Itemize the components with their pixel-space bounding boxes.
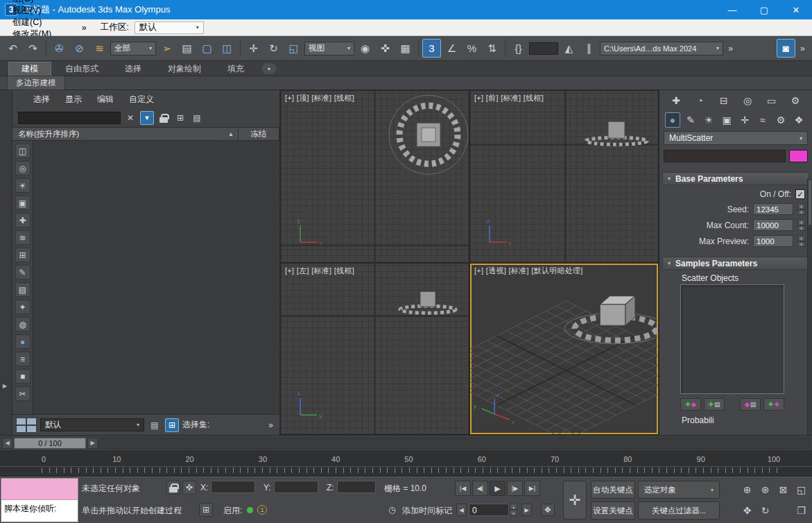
time-prev-icon[interactable]: ◀: [2, 438, 12, 449]
create-category-icon[interactable]: ≈: [755, 112, 770, 128]
max-preview-spinner[interactable]: ▴▾: [797, 235, 805, 247]
expand-panel-icon[interactable]: ▶: [3, 383, 7, 389]
isolate-selection-icon[interactable]: ⊞: [199, 503, 213, 517]
ribbon-tab[interactable]: 填充: [215, 62, 257, 76]
maximize-button[interactable]: ▢: [748, 0, 780, 19]
name-column-header[interactable]: 名称(按升序排序): [12, 129, 224, 139]
object-name-field[interactable]: [664, 150, 786, 162]
keyboard-override-icon[interactable]: ▦: [396, 39, 415, 58]
viewport-label[interactable]: [+] [前] [标准] [线框]: [474, 93, 544, 103]
explorer-filter-icon[interactable]: ●: [15, 334, 31, 349]
reference-coordinate-dropdown[interactable]: 视图 ▾: [304, 42, 354, 55]
status-green-dot[interactable]: [247, 507, 253, 513]
key-filters-button[interactable]: 关键点过滤器...: [638, 501, 720, 520]
frame-spinner[interactable]: ▴▾: [510, 504, 517, 516]
add-time-tag[interactable]: 添加时间标记: [402, 505, 452, 517]
ribbon-tab[interactable]: 建模: [8, 62, 51, 76]
explorer-menu-item[interactable]: 选择: [26, 94, 58, 104]
scatter-options-button[interactable]: ✚❖: [763, 398, 784, 411]
select-manipulate-icon[interactable]: ✜: [376, 39, 395, 58]
explorer-filter-icon[interactable]: ▣: [15, 196, 31, 210]
frozen-column-header[interactable]: 冻结: [239, 129, 279, 139]
mirror-icon[interactable]: ◭: [560, 39, 578, 58]
viewport-label[interactable]: [+] [左] [标准] [线框]: [285, 266, 354, 276]
explorer-list[interactable]: ◫◎☀▣✚≋⊞✎▤✦◍●≡■✂: [12, 141, 279, 414]
selection-filter-dropdown[interactable]: 全部 ▾: [110, 42, 156, 55]
menu-item[interactable]: 组(G): [6, 0, 75, 5]
unlink-icon[interactable]: ⊘: [70, 39, 89, 58]
key-filter-target-dropdown[interactable]: 选定对象 ▾: [638, 481, 720, 499]
maxscript-mini-listener[interactable]: 脚本迷你侦听:: [1, 478, 78, 522]
explorer-filter-icon[interactable]: ✦: [15, 300, 31, 314]
create-category-icon[interactable]: ⚙: [773, 112, 788, 128]
max-preview-field[interactable]: 1000: [753, 235, 793, 247]
command-panel-scrollbar[interactable]: [807, 179, 812, 435]
command-panel-tab-icon[interactable]: ⚙: [787, 93, 804, 108]
command-panel-tab-icon[interactable]: ⊟: [716, 93, 732, 108]
snaps-toggle-icon[interactable]: 3: [422, 39, 441, 58]
viewport-label[interactable]: [+] [透视] [标准] [默认明暗处理]: [474, 266, 583, 276]
search-input[interactable]: [18, 112, 121, 124]
next-frame-icon[interactable]: |▶: [507, 481, 523, 496]
absolute-mode-icon[interactable]: ✜: [182, 481, 196, 495]
seed-spinner[interactable]: ▴▾: [797, 203, 805, 215]
selection-lock-icon[interactable]: [166, 481, 180, 495]
ribbon-tab[interactable]: 选择: [112, 62, 154, 76]
go-to-end-icon[interactable]: ▶|: [524, 481, 540, 496]
rollout-samples-parameters[interactable]: ▾ Samples Parameters: [662, 257, 809, 270]
undo-button[interactable]: ↶: [3, 39, 22, 58]
on-off-checkbox[interactable]: ✓: [795, 189, 805, 199]
set-key-button[interactable]: 设置关键点: [591, 501, 635, 520]
object-color-swatch[interactable]: [789, 150, 808, 162]
command-panel-tab-icon[interactable]: ▭: [763, 93, 780, 108]
auto-key-button[interactable]: 自动关键点: [591, 481, 635, 499]
select-link-icon[interactable]: ✇: [50, 39, 69, 58]
set-keys-button[interactable]: ✛: [563, 481, 587, 520]
toolbar-overflow-icon[interactable]: »: [797, 43, 809, 53]
create-category-icon[interactable]: ✎: [683, 112, 698, 128]
select-rotate-icon[interactable]: ↻: [264, 39, 283, 58]
time-slider-handle[interactable]: 0 / 100: [14, 438, 86, 449]
spinner-snap-icon[interactable]: ⇅: [483, 39, 501, 58]
named-selection-combo[interactable]: [529, 42, 558, 55]
percent-snap-icon[interactable]: %: [463, 39, 481, 58]
workspace-dropdown[interactable]: 默认 ▾: [135, 22, 204, 34]
viewport-perspective[interactable]: [+] [透视] [标准] [默认明暗处理] x: [470, 264, 658, 435]
crossing-toggle-icon[interactable]: ◫: [218, 39, 236, 58]
project-folder-dropdown[interactable]: C:\Users\Ad…ds Max 2024 ▾: [600, 42, 723, 55]
layers-icon[interactable]: ▤: [148, 418, 162, 432]
redo-button[interactable]: ↷: [24, 39, 42, 58]
zoom-extents-icon[interactable]: ⊠: [775, 479, 792, 499]
ribbon-minimize-icon[interactable]: ▾: [262, 63, 276, 74]
explorer-filter-icon[interactable]: ⊞: [15, 248, 31, 262]
angle-snap-icon[interactable]: ∠: [442, 39, 461, 58]
minimize-button[interactable]: —: [716, 0, 748, 19]
max-count-spinner[interactable]: ▴▾: [797, 219, 805, 231]
viewport-layout-icon[interactable]: [16, 418, 37, 433]
y-coordinate-field[interactable]: [274, 481, 318, 493]
play-icon[interactable]: ▶: [490, 481, 506, 496]
explorer-filter-icon[interactable]: ✂: [15, 386, 31, 401]
macro-recorder-line[interactable]: [1, 479, 78, 500]
explorer-filter-icon[interactable]: ≡: [15, 352, 31, 366]
create-category-icon[interactable]: ●: [665, 112, 680, 128]
explorer-menu-item[interactable]: 自定义: [121, 94, 162, 104]
rectangular-region-icon[interactable]: ▢: [198, 39, 216, 58]
frame-back-icon[interactable]: ◀: [456, 504, 467, 516]
clear-search-icon[interactable]: ✕: [123, 111, 137, 125]
close-button[interactable]: ✕: [780, 0, 812, 19]
explorer-filter-icon[interactable]: ◎: [15, 161, 31, 175]
viewport-label[interactable]: [+] [顶] [标准] [线框]: [285, 93, 354, 103]
explorer-filter-icon[interactable]: ✚: [15, 213, 31, 228]
current-frame-field[interactable]: 0: [469, 504, 509, 516]
named-selection-sets-icon[interactable]: {}: [509, 39, 528, 58]
select-move-icon[interactable]: ✛: [244, 39, 263, 58]
explorer-menu-item[interactable]: 显示: [58, 94, 89, 104]
explorer-filter-icon[interactable]: ◫: [15, 144, 31, 158]
rollout-base-parameters[interactable]: ▾ Base Parameters: [662, 172, 809, 185]
pick-add-icon[interactable]: ⊞: [173, 111, 187, 125]
menu-overflow-icon[interactable]: »: [75, 23, 94, 33]
viewport-front[interactable]: [+] [前] [标准] [线框] x z: [470, 91, 658, 262]
add-scatter-object-button[interactable]: ✚◆: [680, 398, 701, 411]
explorer-filter-icon[interactable]: ■: [15, 369, 31, 384]
